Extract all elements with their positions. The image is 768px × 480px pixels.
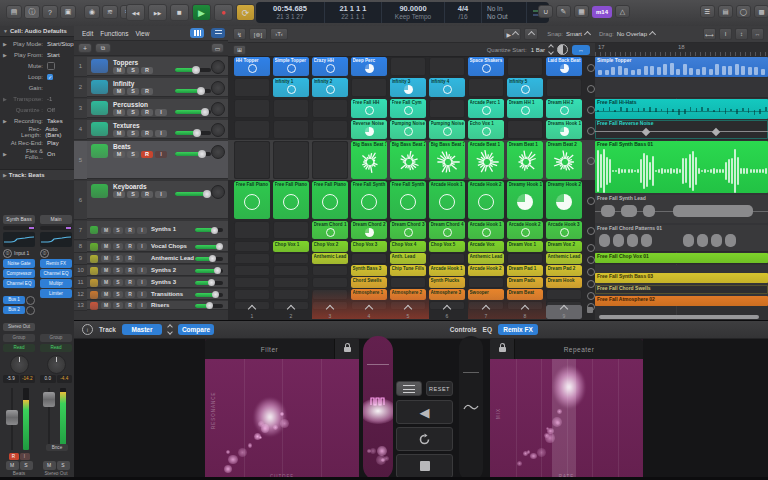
grid-slot[interactable] <box>273 120 309 139</box>
checkbox[interactable]: ✓ <box>47 74 53 80</box>
loop-browser-button[interactable]: ◯ <box>736 5 751 18</box>
grid-slot[interactable] <box>273 99 309 118</box>
track-s-button[interactable]: S <box>113 279 123 286</box>
mute-button[interactable]: M <box>43 461 56 470</box>
automation-mode[interactable]: Read <box>3 344 35 352</box>
record-enable-button[interactable]: R <box>9 453 19 460</box>
track-r-button[interactable]: R <box>141 109 153 116</box>
horizontal-zoom-icon[interactable]: ↔ <box>751 28 764 40</box>
track-s-button[interactable]: S <box>127 191 139 198</box>
volume-slider[interactable] <box>175 89 211 93</box>
loop-cell[interactable]: Infinity 4 <box>429 78 465 97</box>
track-r-button[interactable]: R <box>125 291 135 298</box>
loop-cell[interactable]: Free Fall Piano <box>234 181 270 219</box>
scene-stop-button[interactable] <box>587 307 593 313</box>
plugin-slot[interactable]: Channel EQ <box>3 279 35 288</box>
track-m-button[interactable]: M <box>113 109 125 116</box>
lcd-tempo[interactable]: 90.0000Keep Tempo <box>382 2 445 23</box>
loop-cell[interactable]: Dreamy Hook 2 <box>546 181 582 219</box>
row-play-button[interactable] <box>587 85 595 93</box>
track-r-button[interactable]: R <box>125 227 135 234</box>
track-s-button[interactable]: S <box>127 130 139 137</box>
eq-thumbnail[interactable] <box>3 232 35 247</box>
pan-knob[interactable] <box>211 60 225 74</box>
pan-knob[interactable] <box>10 355 29 374</box>
volume-value[interactable]: -5.9 <box>3 375 19 383</box>
track-header[interactable]: MSRISynths 2 <box>87 265 228 276</box>
pan-knob[interactable] <box>211 145 225 159</box>
track-r-button[interactable]: R <box>125 302 135 309</box>
vertical-zoom-icon[interactable]: ↕ <box>735 28 748 40</box>
pan-knob[interactable] <box>211 102 225 116</box>
solo-button-strip[interactable]: S <box>57 461 70 470</box>
inspector-row[interactable]: Mute: <box>0 60 74 71</box>
volume-slider[interactable] <box>175 131 211 135</box>
grid-slot[interactable] <box>312 141 348 179</box>
drag-menu[interactable]: No Overlap <box>617 31 647 37</box>
track-header[interactable]: InfinityMSR <box>87 78 228 97</box>
loop-cell[interactable]: Big Bass Beat 3 <box>429 141 465 179</box>
reverse-button[interactable]: ◀ <box>396 400 453 424</box>
volume-knob[interactable] <box>193 129 201 137</box>
track-s-button[interactable]: S <box>113 267 123 274</box>
loop-cell[interactable]: Dream Pad 1 <box>507 265 543 276</box>
loop-cell[interactable]: Anthemic Lead <box>468 253 504 264</box>
track-m-button[interactable]: M <box>101 291 111 298</box>
track-i-button[interactable]: I <box>155 151 167 158</box>
grid-slot[interactable] <box>429 99 465 118</box>
loop-cell[interactable]: Dreamy Hook 1 <box>507 181 543 219</box>
grid-slot[interactable] <box>312 120 348 139</box>
loop-cell[interactable]: Arcade Hook 1 <box>429 265 465 276</box>
track-i-button[interactable]: I <box>137 243 147 250</box>
track-r-button[interactable]: R <box>125 243 135 250</box>
input-monitor-button[interactable]: I <box>20 453 30 460</box>
tuner-button[interactable]: ∪ <box>538 5 553 18</box>
lcd-time[interactable]: 00:54.68521 3 1 27 <box>256 2 325 23</box>
fx-settings-button[interactable] <box>396 381 422 396</box>
track-r-button[interactable]: R <box>125 267 135 274</box>
pan-knob[interactable] <box>211 81 225 95</box>
bounce-button[interactable]: Bnce <box>46 444 68 451</box>
loop-cell[interactable]: Chop Vox 3 <box>351 241 387 252</box>
loop-cell[interactable]: Dream Beat 1 <box>507 141 543 179</box>
group-slot[interactable]: Group <box>3 334 35 342</box>
fader-handle[interactable] <box>6 410 18 425</box>
volume-slider[interactable] <box>195 257 223 261</box>
strip-name[interactable]: Main <box>40 215 72 224</box>
loop-cell[interactable]: Space Shakers <box>468 57 504 76</box>
toolbox-button[interactable]: ▣ <box>60 5 76 19</box>
track-i-button[interactable]: I <box>137 267 147 274</box>
grid-slot[interactable] <box>390 57 426 76</box>
track-r-button[interactable]: R <box>125 279 135 286</box>
row-play-button[interactable] <box>587 268 595 276</box>
play-button[interactable]: ▶ <box>192 4 211 21</box>
track-s-button[interactable]: S <box>127 88 139 95</box>
track-m-button[interactable]: M <box>101 227 111 234</box>
volume-knob[interactable] <box>216 243 223 250</box>
pointer-tool-button[interactable]: ▶ <box>503 28 521 40</box>
tab-controls[interactable]: Controls <box>450 326 477 333</box>
loop-cell[interactable]: Atmosphere 1 <box>351 289 387 300</box>
track-header[interactable]: ToppersMSR <box>87 57 228 76</box>
track-s-button[interactable]: S <box>113 227 123 234</box>
contrast-toggle-icon[interactable] <box>557 44 568 55</box>
volume-knob[interactable] <box>192 66 200 74</box>
scene-trigger[interactable]: 6 <box>429 305 465 319</box>
master-stepper[interactable] <box>168 325 172 334</box>
loop-cell[interactable]: Synth Plucks <box>429 277 465 288</box>
audio-region[interactable]: Free Fall Synth Bass 03 <box>595 273 768 283</box>
inspector-row[interactable]: Gain: <box>0 82 74 93</box>
row-play-button[interactable] <box>587 292 595 300</box>
loop-cell[interactable]: Dream HH 2 <box>546 99 582 118</box>
grid-slot[interactable] <box>234 265 270 276</box>
waveform-zoom-icon[interactable]: I <box>719 28 732 40</box>
lcd-midi[interactable]: No In No Out <box>482 2 527 23</box>
loop-cell[interactable]: Synth Bass 3 <box>351 265 387 276</box>
track-m-button[interactable]: M <box>113 130 125 137</box>
track-r-button[interactable]: R <box>125 255 135 262</box>
loop-cell[interactable]: Free Fall Cym <box>390 99 426 118</box>
grid-slot[interactable] <box>273 253 309 264</box>
trim-tool-icon[interactable]: ›T‹ <box>270 28 288 40</box>
scene-trigger[interactable]: 9 <box>546 305 582 319</box>
tab-remix-fx[interactable]: Remix FX <box>498 324 538 335</box>
